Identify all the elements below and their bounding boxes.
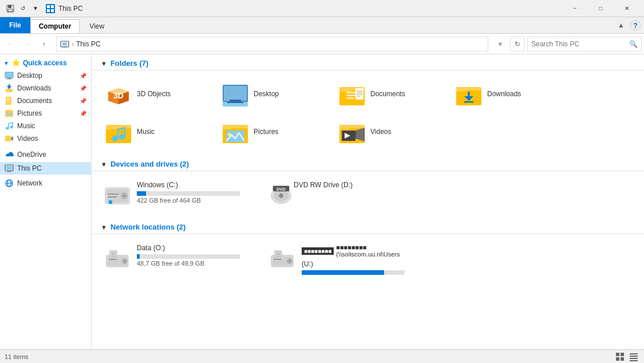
folders-title[interactable]: Folders (7) bbox=[110, 59, 148, 68]
qat-dropdown[interactable]: ▼ bbox=[30, 3, 41, 14]
drive-name-u-line2: (U:) bbox=[302, 260, 418, 268]
username-badge: ■■■■■■■■ bbox=[302, 247, 334, 255]
svg-rect-6 bbox=[47, 9, 50, 12]
up-button[interactable]: ↑ bbox=[37, 37, 52, 52]
folder-icon-documents bbox=[338, 80, 366, 108]
svg-rect-30 bbox=[6, 166, 12, 169]
details-view-button[interactable] bbox=[628, 351, 639, 362]
maximize-button[interactable]: □ bbox=[588, 0, 614, 17]
sidebar-item-documents[interactable]: Documents 📌 bbox=[0, 94, 91, 107]
sidebar-quickaccess-header[interactable]: ▼ Quick access bbox=[0, 57, 91, 69]
drive-item-dvd[interactable]: DVD DVD RW Drive (D:) bbox=[263, 176, 424, 214]
network-chevron[interactable]: ▼ bbox=[101, 224, 107, 231]
folder-icon-music bbox=[105, 118, 132, 145]
close-button[interactable]: ✕ bbox=[614, 0, 639, 17]
svg-rect-27 bbox=[5, 136, 11, 141]
drive-info-c: Windows (C:) 422 GB free of 464 GB bbox=[137, 181, 254, 204]
pin-icon-downloads: 📌 bbox=[80, 85, 86, 92]
svg-rect-89 bbox=[109, 200, 110, 202]
drive-bar-fill-c bbox=[137, 191, 146, 196]
qat-save[interactable] bbox=[5, 3, 16, 14]
qat-undo[interactable]: ↺ bbox=[17, 3, 29, 14]
svg-rect-9 bbox=[62, 42, 67, 46]
svg-point-66 bbox=[112, 136, 118, 141]
ribbon-collapse[interactable]: ▲ bbox=[615, 17, 627, 33]
main-area: ▼ Quick access Desktop 📌 Downloads 📌 Doc… bbox=[0, 54, 644, 349]
drive-bar-fill-u bbox=[302, 270, 384, 275]
svg-rect-121 bbox=[630, 360, 638, 361]
network-section-header: ▼ Network locations (2) bbox=[92, 218, 644, 234]
svg-rect-92 bbox=[111, 203, 113, 204]
item-count: 11 items bbox=[5, 353, 29, 360]
pin-icon-pictures: 📌 bbox=[80, 111, 86, 117]
svg-marker-28 bbox=[11, 136, 13, 141]
network-title[interactable]: Network locations (2) bbox=[110, 223, 185, 231]
network-item-o[interactable]: Data (O:) 48,7 GB free of 49,9 GB bbox=[98, 239, 259, 281]
quick-access-toolbar: ↺ ▼ bbox=[5, 3, 41, 14]
folder-item-pictures[interactable]: Pictures bbox=[216, 114, 331, 149]
drive-name-u-line1: ■■■■■■■■ ■■■■■■■■ (\\soliscom.uu.nl\User… bbox=[302, 244, 418, 258]
folder-item-3dobjects[interactable]: 3D 3D Objects bbox=[100, 76, 214, 112]
back-button[interactable]: ← bbox=[2, 37, 17, 52]
titlebar: ↺ ▼ This PC − □ ✕ bbox=[0, 0, 644, 17]
tab-file[interactable]: File bbox=[0, 17, 30, 33]
search-input[interactable] bbox=[531, 40, 629, 48]
folder-item-music[interactable]: Music bbox=[100, 114, 214, 149]
view-controls bbox=[614, 351, 639, 362]
window-controls: − □ ✕ bbox=[562, 0, 639, 17]
devices-chevron[interactable]: ▼ bbox=[101, 161, 107, 168]
network-icon bbox=[5, 179, 14, 188]
forward-button[interactable]: → bbox=[19, 37, 34, 52]
drive-free-c: 422 GB free of 464 GB bbox=[137, 197, 254, 204]
sidebar-item-onedrive[interactable]: OneDrive bbox=[0, 148, 91, 161]
svg-rect-115 bbox=[621, 353, 624, 356]
folder-icon-desktop bbox=[222, 80, 249, 108]
svg-rect-116 bbox=[616, 357, 619, 361]
thispc-icon bbox=[60, 40, 69, 49]
tab-computer[interactable]: Computer bbox=[30, 19, 80, 33]
svg-rect-16 bbox=[6, 89, 13, 92]
dropdown-address[interactable]: ▼ bbox=[493, 37, 508, 52]
network-item-u[interactable]: ■■■■■■■■ ■■■■■■■■ (\\soliscom.uu.nl\User… bbox=[263, 239, 424, 281]
svg-rect-22 bbox=[7, 101, 9, 101]
folder-item-documents[interactable]: Documents bbox=[333, 76, 448, 112]
large-icons-view-button[interactable] bbox=[614, 351, 626, 362]
folder-name-3dobjects: 3D Objects bbox=[137, 90, 171, 98]
sidebar-item-thispc[interactable]: This PC bbox=[0, 162, 91, 175]
folder-item-desktop[interactable]: Desktop bbox=[216, 76, 331, 112]
folder-name-music: Music bbox=[137, 128, 155, 136]
svg-point-95 bbox=[279, 194, 283, 198]
onedrive-icon bbox=[5, 150, 14, 159]
minimize-button[interactable]: − bbox=[562, 0, 588, 17]
svg-rect-75 bbox=[339, 125, 350, 129]
folders-grid: 3D 3D Objects Desktop bbox=[92, 75, 644, 155]
sidebar-item-downloads[interactable]: Downloads 📌 bbox=[0, 82, 91, 94]
sidebar: ▼ Quick access Desktop 📌 Downloads 📌 Doc… bbox=[0, 54, 92, 349]
desktop-icon bbox=[5, 71, 14, 80]
svg-marker-12 bbox=[12, 59, 20, 66]
drive-item-c[interactable]: Windows (C:) 422 GB free of 464 GB bbox=[98, 176, 259, 214]
sidebar-item-music[interactable]: Music bbox=[0, 120, 91, 132]
sidebar-item-desktop[interactable]: Desktop 📌 bbox=[0, 69, 91, 82]
pictures-icon bbox=[5, 109, 14, 118]
sidebar-item-videos[interactable]: Videos bbox=[0, 132, 91, 145]
breadcrumb-separator: › bbox=[72, 40, 74, 48]
tab-view[interactable]: View bbox=[81, 19, 113, 33]
search-bar[interactable]: 🔍 bbox=[527, 37, 642, 52]
refresh-button[interactable]: ↻ bbox=[510, 37, 525, 52]
netdrive-icon-u bbox=[268, 244, 296, 271]
folders-chevron[interactable]: ▼ bbox=[101, 60, 107, 67]
address-bar[interactable]: › This PC bbox=[56, 37, 488, 52]
sidebar-item-pictures[interactable]: Pictures 📌 bbox=[0, 107, 91, 120]
devices-title[interactable]: Devices and drives (2) bbox=[110, 160, 189, 168]
folder-item-videos[interactable]: Videos bbox=[333, 114, 448, 149]
sidebar-item-network[interactable]: Network bbox=[0, 177, 91, 190]
svg-rect-117 bbox=[621, 357, 624, 361]
folder-item-downloads[interactable]: Downloads bbox=[450, 76, 564, 112]
drive-bar-fill-o bbox=[137, 254, 140, 259]
help-button[interactable]: ? bbox=[630, 20, 641, 30]
svg-point-104 bbox=[124, 261, 126, 262]
search-icon: 🔍 bbox=[629, 40, 638, 48]
drive-name-dvd: DVD RW Drive (D:) bbox=[294, 181, 418, 189]
devices-section-header: ▼ Devices and drives (2) bbox=[92, 155, 644, 171]
